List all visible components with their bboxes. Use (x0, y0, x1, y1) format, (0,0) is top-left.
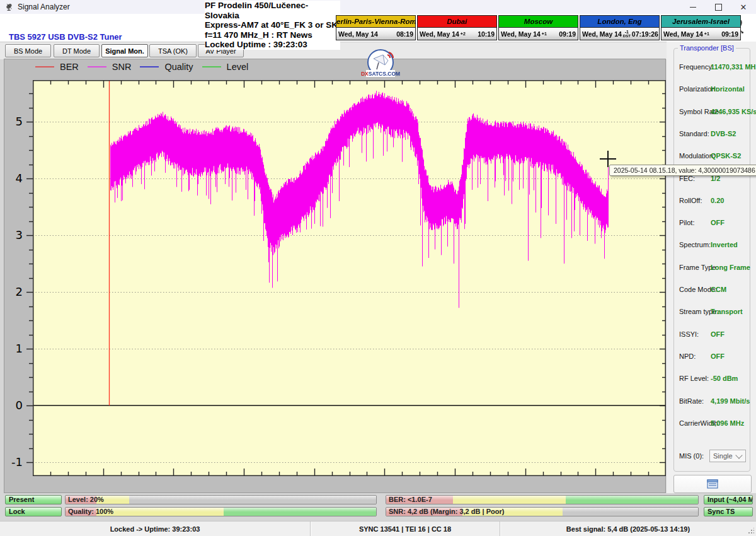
clock-city-label: Moscow (499, 16, 578, 28)
transponder-label: ISSYI: (679, 330, 699, 338)
status-bar: Locked -> Uptime: 39:23:03 SYNC 13541 | … (0, 521, 756, 536)
y-tick-label: 4 (0, 172, 23, 185)
transponder-value: 4,199 Mbit/s (711, 397, 750, 405)
stream-list-button[interactable] (673, 475, 752, 493)
offset-value: +1 (542, 32, 547, 36)
clock-jerusalem-israel: Jerusalem-IsraelWed, May 14+109:19 (661, 15, 741, 40)
station-title-line2: Express-AM7 at 40°E_FK 3 or SK (205, 20, 340, 30)
clock-time: 09:19 (721, 30, 738, 38)
chart-tooltip: 2025-05-14 08.15.18, value: 4,3000001907… (609, 165, 756, 176)
chart-legend: BERSNRQualityLevel (35, 62, 248, 72)
signal-analyzer-window: Signal Analyzer ✕ TBS 5927 USB DVB-S2 Tu… (0, 0, 756, 536)
transponder-value: CCM (711, 286, 726, 293)
list-icon (707, 479, 718, 489)
transponder-label: RollOff: (679, 197, 702, 204)
legend-item-quality: Quality (140, 62, 193, 72)
transponder-value: OFF (711, 219, 724, 226)
status-lock-uptime: Locked -> Uptime: 39:23:03 (0, 521, 310, 536)
clock-moscow: MoscowWed, May 14+109:19 (498, 15, 578, 40)
bar-quality: Quality: 100% (65, 507, 377, 516)
legend-item-level: Level (202, 62, 249, 72)
clock-utc-offset: -1DST (623, 30, 631, 38)
legend-label: Quality (164, 62, 193, 72)
transponder-label: RF Level: (679, 375, 709, 382)
clock-date: Wed, May 14 (663, 30, 703, 38)
transponder-value: OFF (711, 330, 724, 338)
station-title-line1: PF Prodelin 450/Lučenec-Slovakia (205, 1, 340, 20)
y-tick-label: -1 (0, 455, 23, 469)
transponder-label: NPD: (679, 352, 696, 360)
bar-label-ber: BER: <1.0E-7 (389, 496, 432, 504)
legend-swatch-level (202, 66, 221, 67)
legend-swatch-ber (35, 66, 54, 67)
tab-bs-mode[interactable]: BS Mode (5, 44, 51, 57)
clock-dubai: DubaiWed, May 14+210:19 (417, 15, 497, 40)
tab-dt-mode[interactable]: DT Mode (54, 44, 100, 57)
clock-time: 09:19 (559, 30, 576, 38)
clock-city-label: Jerusalem-Israel (662, 16, 740, 28)
tab-signal-mon-[interactable]: Signal Mon. (101, 44, 148, 57)
offset-value: +2 (461, 32, 466, 36)
bar-label-level: Level: 20% (68, 496, 104, 504)
tab-tsa-ok-[interactable]: TSA (OK) (149, 44, 197, 57)
station-title-line4: Locked Uptime : 39:23:03 (205, 40, 340, 50)
bar-snr: SNR: 4,2 dB (Margin: 3,2 dB | Poor) (386, 507, 699, 516)
transponder-panel: Transponder [BS] Frequency:11470,331 MHz… (667, 42, 756, 493)
y-tick-label: 5 (0, 115, 23, 128)
clock-date: Wed, May 14 (338, 30, 378, 38)
clock-date: Wed, May 14 (582, 30, 622, 38)
clock-london-eng: London, EngWed, May 14-1DST07:19:26 (580, 15, 660, 40)
legend-item-snr: SNR (88, 62, 132, 72)
resize-grip[interactable] (748, 528, 754, 534)
transponder-value: 0.20 (711, 197, 724, 204)
world-clocks: Berlin-Paris-Vienna-RomaWed, May 1408:19… (336, 15, 741, 40)
app-satellite-icon (5, 3, 14, 14)
transponder-groupbox: Transponder [BS] Frequency:11470,331 MHz… (673, 48, 750, 472)
transponder-label: Pilot: (679, 219, 694, 226)
transponder-value: Inverted (711, 241, 738, 248)
mis-dropdown[interactable]: Single (709, 450, 746, 462)
indicator-input-mbps-: Input (~4,04 Mbps) (704, 495, 753, 504)
indicator-sync-ts: Sync TS (704, 507, 753, 516)
minimize-button[interactable] (680, 0, 706, 14)
transponder-value: 5,096 MHz (711, 419, 744, 427)
clock-city-label: Dubai (418, 16, 496, 28)
clock-date: Wed, May 14 (501, 30, 541, 38)
maximize-icon (715, 4, 722, 11)
minimize-icon (690, 7, 696, 8)
transponder-label: BitRate: (679, 397, 704, 405)
dxsatcs-logo: DXSATCS.COM (360, 49, 401, 83)
transponder-value: 4246,935 KS/s (711, 108, 756, 115)
bar-label-snr: SNR: 4,2 dB (Margin: 3,2 dB | Poor) (389, 508, 504, 516)
indicator-present: Present (5, 495, 62, 504)
status-sync-counters: SYNC 13541 | TEI 16 | CC 18 (310, 521, 500, 536)
transponder-value: Horizontal (711, 85, 745, 93)
transponder-label: Modulation: (679, 152, 715, 160)
status-best-signal: Best signal: 5,4 dB (2025-05-13 14:19) (500, 521, 756, 536)
transponder-value: QPSK-S2 (711, 152, 741, 160)
signal-status-bars: PresentLevel: 20%BER: <1.0E-7Input (~4,0… (0, 493, 756, 521)
bar-gloss (66, 496, 376, 500)
clock-time: 10:19 (478, 30, 495, 38)
close-icon: ✕ (740, 3, 747, 11)
clock-datetime: Wed, May 1408:19 (336, 28, 415, 40)
clock-time: 08:19 (396, 30, 413, 38)
clock-time: 07:19:26 (632, 30, 658, 38)
clock-city-label: Berlin-Paris-Vienna-Roma (336, 16, 415, 28)
clock-datetime: Wed, May 14-1DST07:19:26 (580, 28, 659, 40)
offset-value: +1 (704, 32, 709, 36)
station-title: PF Prodelin 450/Lučenec-Slovakia Express… (205, 1, 340, 50)
close-button[interactable]: ✕ (731, 0, 756, 14)
maximize-button[interactable] (706, 0, 731, 14)
signal-trend-chart[interactable] (25, 76, 666, 480)
clock-berlin-paris-vienna-roma: Berlin-Paris-Vienna-RomaWed, May 1408:19 (336, 15, 416, 40)
bar-gloss (386, 496, 698, 500)
clock-datetime: Wed, May 14+210:19 (418, 28, 496, 40)
clock-datetime: Wed, May 14+109:19 (662, 28, 740, 40)
mis-row: MIS (0): Single (674, 450, 750, 463)
transponder-label: Spectrum: (679, 241, 711, 248)
svg-text:DXSATCS.COM: DXSATCS.COM (361, 71, 400, 77)
logo-rest-text: SATCS.COM (369, 71, 400, 77)
y-tick-label: 2 (0, 285, 23, 298)
chevron-down-icon (735, 452, 742, 458)
